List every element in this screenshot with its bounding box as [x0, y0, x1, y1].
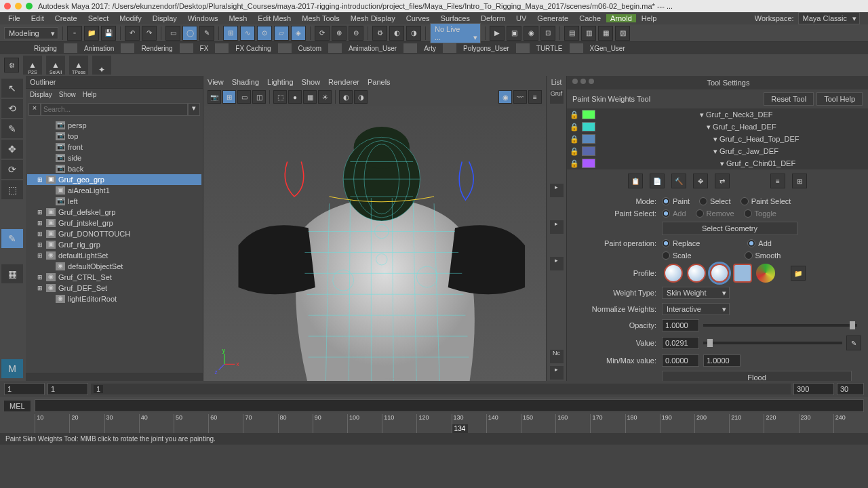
op-smooth-radio[interactable]: [745, 251, 753, 260]
menu-mesh[interactable]: Mesh: [223, 14, 252, 22]
paste-icon[interactable]: 📄: [650, 174, 665, 188]
tree-item[interactable]: ▣aiAreaLight1: [27, 185, 201, 196]
profile-gauss-icon[interactable]: [664, 264, 683, 283]
shelf-tpose[interactable]: ▲TPose: [69, 56, 88, 75]
open-scene-icon[interactable]: 📁: [84, 26, 99, 41]
copy-icon[interactable]: 📋: [628, 174, 643, 188]
toggle-icon[interactable]: ⟳: [315, 26, 330, 41]
shelf-tab-arty[interactable]: Arty: [417, 45, 443, 52]
scale-tool-icon[interactable]: ⬚: [1, 180, 23, 199]
tree-item[interactable]: 📷front: [27, 142, 201, 152]
time-ruler[interactable]: 134 102030405060708090100110120130140150…: [0, 414, 868, 433]
construction-icon[interactable]: ⚙: [372, 26, 387, 41]
menu-windows[interactable]: Windows: [182, 14, 224, 22]
tree-item[interactable]: 📷top: [27, 131, 201, 142]
flood-button[interactable]: Flood: [662, 371, 852, 381]
select-arrow-icon[interactable]: ↖: [1, 79, 23, 98]
shelf-tab-custom[interactable]: Custom: [292, 45, 328, 52]
menu-select[interactable]: Select: [83, 14, 115, 22]
lasso-tool-icon[interactable]: ◯: [182, 26, 197, 41]
outliner-search-input[interactable]: [41, 103, 188, 116]
toggle2-icon[interactable]: ⊕: [332, 26, 347, 41]
vp-gate-icon[interactable]: ◫: [252, 90, 266, 104]
profile-browse-icon[interactable]: 📁: [791, 266, 806, 281]
min-input[interactable]: [662, 354, 699, 367]
menu-arnold[interactable]: Arnold: [606, 14, 636, 22]
lasso-icon[interactable]: ⟲: [1, 99, 23, 118]
tree-item[interactable]: ⊞▣Gruf_defskel_grp: [27, 207, 201, 218]
redo-icon[interactable]: ↷: [142, 26, 157, 41]
vp-menu-panels[interactable]: Panels: [368, 78, 391, 86]
menu-mesh-display[interactable]: Mesh Display: [345, 14, 401, 22]
move-icon[interactable]: ✥: [693, 174, 708, 188]
outliner-scrollbar[interactable]: [26, 373, 203, 381]
tree-item[interactable]: ⊞▣Gruf_rig_grp: [27, 239, 201, 250]
list1-icon[interactable]: ≡: [770, 174, 785, 188]
move-tool-icon[interactable]: ✥: [1, 140, 23, 159]
ps-add-radio[interactable]: [662, 209, 670, 218]
panel3-icon[interactable]: ▦: [598, 26, 613, 41]
panel4-icon[interactable]: ▧: [615, 26, 630, 41]
op-scale-radio[interactable]: [662, 251, 670, 260]
ps-remove-radio[interactable]: [696, 209, 704, 218]
render-icon[interactable]: ▶: [490, 26, 505, 41]
minimize-window-icon[interactable]: [15, 3, 22, 9]
vp-menu-view[interactable]: View: [208, 78, 224, 86]
vp-xray-icon[interactable]: ◐: [339, 90, 353, 104]
influence-row[interactable]: 🔒▾ Gruf_c_Jaw_DEF: [567, 145, 868, 157]
menu-help[interactable]: Help: [636, 14, 663, 22]
vp-light-icon[interactable]: ☀: [318, 90, 332, 104]
layer-arrow2-icon[interactable]: ▸: [550, 220, 564, 234]
vp-menu-shading[interactable]: Shading: [232, 78, 259, 86]
snap-live-icon[interactable]: ◈: [291, 26, 306, 41]
tree-item[interactable]: ⊞▣Gruf_DONOTTOUCH: [27, 228, 201, 239]
vp-menu-lighting[interactable]: Lighting: [267, 78, 294, 86]
snap-curve-icon[interactable]: ∿: [240, 26, 255, 41]
list2-icon[interactable]: ⊞: [792, 174, 807, 188]
menu-file[interactable]: File: [3, 14, 26, 22]
select-geometry-button[interactable]: Select Geometry: [662, 222, 797, 235]
snap-plane-icon[interactable]: ▱: [274, 26, 289, 41]
shelf-tab-fxcaching[interactable]: FX Caching: [229, 45, 277, 52]
shelf-selall[interactable]: ▲SelAll: [46, 56, 65, 75]
tree-item[interactable]: ⊞▣Gruf_geo_grp: [27, 174, 201, 185]
normalize-select[interactable]: Interactive: [662, 303, 730, 315]
playback-end-input[interactable]: [793, 383, 834, 395]
influence-row[interactable]: 🔒▾ Gruf_c_Chin01_DEF: [567, 157, 868, 169]
menu-display[interactable]: Display: [147, 14, 182, 22]
influence-row[interactable]: 🔒▾ Gruf_c_Head_DEF: [567, 121, 868, 133]
tree-item[interactable]: ⊞◉defaultLightSet: [27, 250, 201, 261]
layer-gruf[interactable]: Gruf: [550, 90, 564, 104]
outliner-menu-display[interactable]: Display: [30, 91, 52, 98]
max-input[interactable]: [703, 354, 741, 367]
paint-select-icon[interactable]: ✎: [199, 26, 214, 41]
mirror-icon[interactable]: ⇄: [715, 174, 730, 188]
maximize-window-icon[interactable]: [26, 3, 33, 9]
profile-soft-icon[interactable]: [687, 264, 706, 283]
profile-square-icon[interactable]: [733, 264, 752, 283]
outliner-menu-help[interactable]: Help: [83, 91, 97, 98]
save-scene-icon[interactable]: 💾: [101, 26, 116, 41]
tool-help-button[interactable]: Tool Help: [816, 92, 863, 106]
influence-list[interactable]: 🔒▾ Gruf_c_Neck3_DEF🔒▾ Gruf_c_Head_DEF🔒▾ …: [567, 108, 868, 169]
tree-item[interactable]: 📷side: [27, 152, 201, 163]
tree-item[interactable]: 📷persp: [27, 120, 201, 131]
shelf-p2s[interactable]: ▲P2S: [23, 56, 42, 75]
layer-arrow1ענter-icon[interactable]: ▸: [550, 184, 564, 197]
vp-texture-icon[interactable]: ▦: [303, 90, 317, 104]
value-slider[interactable]: [703, 342, 842, 344]
paint-brush-icon[interactable]: ✎: [1, 119, 23, 138]
value-eyedropper-icon[interactable]: ✎: [846, 336, 861, 350]
vp-ao-icon[interactable]: ◉: [498, 90, 512, 104]
menu-curves[interactable]: Curves: [401, 14, 435, 22]
profile-custom-icon[interactable]: [756, 264, 775, 283]
layout-icon[interactable]: ▦: [1, 264, 23, 283]
shelf-tab-animation[interactable]: Animation: [77, 45, 121, 52]
select-tool-icon[interactable]: ▭: [165, 26, 180, 41]
menu-modify[interactable]: Modify: [114, 14, 146, 22]
layer-nc[interactable]: Nc: [550, 350, 564, 363]
opacity-slider[interactable]: [703, 324, 857, 327]
menu-create[interactable]: Create: [50, 14, 83, 22]
shelf-tab-xgen-user[interactable]: XGen_User: [583, 45, 632, 52]
range-end-input[interactable]: [837, 383, 864, 395]
